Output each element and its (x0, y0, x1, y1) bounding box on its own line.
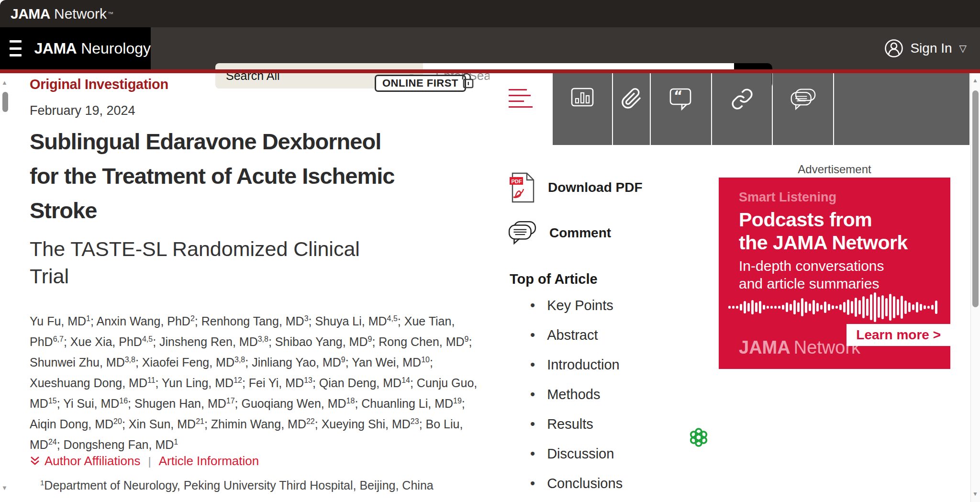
network-header-bar: JAMA Network ™ (0, 0, 980, 27)
ad-body: In-depth conversationsand article summar… (739, 257, 884, 292)
tab-figures[interactable] (553, 73, 612, 145)
title-line: for the Treatment of Acute Ischemic (30, 159, 499, 193)
waveform-bar (924, 305, 926, 309)
title-line: Stroke (30, 193, 499, 228)
waveform-bar (862, 296, 865, 318)
author: Zhimin Wang, MD22; (211, 417, 322, 431)
subtitle-line: Trial (30, 263, 499, 290)
author: Yu Fu, MD1; (30, 314, 97, 328)
toc-item[interactable]: Results (530, 416, 659, 432)
tab-quotes[interactable]: “ (651, 73, 711, 145)
scroll-down-arrow[interactable]: ▼ (972, 491, 978, 497)
sign-in-dropdown-icon: ▽ (959, 43, 967, 54)
page-scrollbar[interactable]: ▲ ▼ (970, 73, 980, 502)
author-affiliations-link[interactable]: Author Affiliations (45, 454, 140, 469)
author: Chuanling Li, MD19; (361, 397, 465, 410)
waveform-bar (782, 305, 784, 310)
waveform-bar (904, 301, 907, 314)
download-pdf-button[interactable]: PDF Download PDF (510, 172, 643, 203)
waveform-bar (897, 299, 899, 315)
advertisement-banner[interactable]: Smart Listening Podcasts fromthe JAMA Ne… (719, 178, 950, 369)
sign-in-label: Sign In (910, 41, 952, 56)
toc-item[interactable]: Conclusions (530, 476, 659, 491)
author: Yan Wei, MD10; (352, 356, 433, 369)
toolbar-spacer (834, 73, 969, 145)
tab-related[interactable] (712, 73, 772, 145)
waveform-bar (858, 300, 861, 314)
waveform-bar (751, 300, 754, 314)
waveform-bar (793, 300, 796, 314)
author: Rong Chen, MD9; (379, 335, 472, 348)
author: Qian Deng, MD14; (319, 376, 417, 390)
waveform-bar (878, 297, 880, 318)
toc-item[interactable]: Discussion (530, 446, 659, 462)
article-subtitle: The TASTE-SL Randomized ClinicalTrial (30, 235, 499, 290)
journal-home-link[interactable]: JAMANeurology (0, 27, 151, 69)
tab-comments[interactable] (773, 73, 833, 145)
author: Shugen Han, MD17; (134, 397, 241, 410)
author-list: Yu Fu, MD1; Anxin Wang, PhD2; Renhong Ta… (30, 311, 485, 455)
author: Xueshuang Dong, MD11; (30, 376, 162, 390)
toc-item[interactable]: Abstract (530, 327, 659, 343)
waveform-bar (935, 301, 937, 314)
sign-in-button[interactable]: Sign In ▽ (884, 27, 967, 69)
author: Jinsheng Ren, MD3,8; (159, 335, 275, 348)
pdf-file-icon: PDF (510, 172, 535, 203)
article-scroll-thumb[interactable] (2, 92, 8, 112)
tab-supplemental[interactable] (613, 73, 650, 145)
openai-extension-icon[interactable] (688, 426, 710, 448)
author: Aiqin Dong, MD20; (30, 417, 129, 431)
comment-button[interactable]: Comment (507, 220, 611, 246)
waveform-bar (770, 306, 773, 309)
toc-item[interactable]: Methods (530, 387, 659, 402)
tab-article-contents[interactable] (490, 73, 552, 145)
logo-regular: Network (54, 6, 107, 22)
waveform-bar (755, 302, 757, 312)
contents-icon (509, 89, 533, 112)
waveform-bar (855, 298, 857, 317)
article-title: Sublingual Edaravone Dexborneolfor the T… (30, 124, 499, 228)
waveform-bar (767, 306, 769, 309)
article-category: Original Investigation (30, 77, 168, 92)
waveform-bar (874, 292, 876, 322)
article-scroll-down-arrow[interactable]: ▼ (1, 484, 8, 491)
author: Fei Yi, MD13; (249, 376, 319, 390)
author: Xin Sun, MD21; (129, 417, 211, 431)
waveform-bar (908, 302, 911, 312)
waveform-bar (870, 294, 872, 320)
waveform-bar (805, 301, 807, 313)
waveform-bar (916, 302, 918, 312)
figures-chart-icon (571, 88, 594, 107)
menu-hamburger-icon[interactable] (10, 40, 22, 56)
scroll-thumb[interactable] (972, 90, 979, 307)
jama-network-logo[interactable]: JAMA Network ™ (11, 0, 113, 27)
jama-article-page: JAMA Network ™ JAMANeurology Search All … (0, 0, 980, 502)
download-pdf-label: Download PDF (548, 180, 643, 195)
article-scroll-up-arrow[interactable]: ▲ (1, 79, 8, 86)
scroll-up-arrow[interactable]: ▲ (972, 77, 978, 84)
article-information-link[interactable]: Article Information (159, 454, 259, 469)
waveform-bar (747, 303, 750, 312)
waveform-bar (824, 301, 826, 313)
waveform-bar (832, 305, 834, 309)
toc-item[interactable]: Key Points (530, 298, 659, 313)
author: Shunwei Zhu, MD3,8; (30, 356, 142, 369)
author: Jinliang Yao, MD9; (252, 356, 352, 369)
author: Shibao Yang, MD9; (275, 335, 379, 348)
links-divider: | (140, 455, 158, 468)
author: Anxin Wang, PhD2; (97, 314, 201, 328)
ad-headline-line: Podcasts from (739, 208, 908, 231)
affiliation-footnote: 1Department of Neurology, Peking Univers… (40, 479, 434, 492)
ad-headline: Podcasts fromthe JAMA Network (739, 208, 908, 254)
waveform-bar (778, 306, 780, 309)
waveform-bar (881, 295, 884, 319)
waveform-bar (839, 304, 842, 310)
waveform-bar (912, 304, 914, 310)
waveform-bar (813, 300, 815, 314)
waveform-bar (786, 302, 788, 312)
toc-item[interactable]: Introduction (530, 357, 659, 373)
related-link-icon (731, 88, 754, 111)
author: Guoqiang Wen, MD18; (241, 397, 361, 410)
waveform-bar (732, 306, 735, 309)
waveform-bar (828, 304, 830, 311)
